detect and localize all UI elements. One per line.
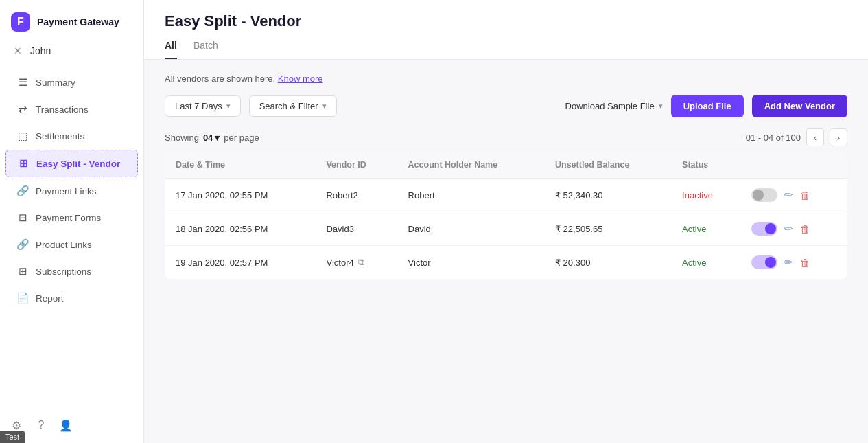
help-icon[interactable]: ?: [30, 414, 52, 436]
toolbar: Last 7 Days ▾ Search & Filter ▾ Download…: [165, 95, 847, 117]
nav-icon-subscriptions: ⊞: [16, 265, 29, 277]
cell-balance-0: ₹ 52,340.30: [544, 179, 671, 212]
cell-actions-2: ✏ 🗑: [740, 246, 847, 280]
sidebar-user-row: ✕ John: [0, 38, 143, 66]
brand-icon: F: [11, 12, 30, 32]
toolbar-right: Download Sample File ▾ Upload File Add N…: [565, 95, 847, 117]
showing-label: Showing: [165, 133, 199, 143]
date-range-filter[interactable]: Last 7 Days ▾: [165, 95, 241, 117]
nav-label-transactions: Transactions: [36, 104, 89, 115]
main-header: Easy Split - Vendor AllBatch: [144, 0, 868, 60]
pagination-range: 01 - 04 of 100: [746, 133, 801, 143]
col-header-status: Status: [671, 152, 740, 179]
delete-icon-1[interactable]: 🗑: [800, 223, 810, 235]
toggle-knob-1: [765, 223, 776, 234]
cell-balance-2: ₹ 20,300: [544, 246, 671, 280]
vendor-toggle-2[interactable]: [751, 255, 777, 269]
status-badge: Inactive: [682, 190, 713, 201]
cell-date-1: 18 Jan 2020, 02:56 PM: [165, 212, 315, 246]
cell-status-0: Inactive: [671, 179, 740, 212]
col-header-vendor_id: Vendor ID: [315, 152, 397, 179]
sidebar-item-easy-split-vendor[interactable]: ⊞Easy Split - Vendor: [5, 150, 138, 177]
nav-icon-transactions: ⇄: [16, 103, 29, 115]
status-badge: Active: [682, 224, 706, 234]
sidebar-item-subscriptions[interactable]: ⊞Subscriptions: [5, 258, 138, 284]
table-row: 18 Jan 2020, 02:56 PMDavid3David₹ 22,505…: [165, 212, 847, 246]
sidebar-nav: ☰Summary⇄Transactions⬚Settlements⊞Easy S…: [0, 66, 143, 407]
download-sample-button[interactable]: Download Sample File ▾: [565, 101, 663, 111]
profile-icon[interactable]: 👤: [55, 414, 77, 436]
per-page-value: 04: [203, 133, 213, 143]
header-row: Date & TimeVendor IDAccount Holder NameU…: [165, 152, 847, 179]
nav-label-easy-split-vendor: Easy Split - Vendor: [36, 159, 120, 169]
col-header-date_time: Date & Time: [165, 152, 315, 179]
brand-title: Payment Gateway: [37, 16, 119, 27]
table-row: 17 Jan 2020, 02:55 PMRobert2Robert₹ 52,3…: [165, 179, 847, 212]
cell-date-2: 19 Jan 2020, 02:57 PM: [165, 246, 315, 280]
pagination: 01 - 04 of 100 ‹ ›: [746, 128, 847, 146]
pagination-next[interactable]: ›: [830, 128, 847, 146]
search-filter-button[interactable]: Search & Filter ▾: [249, 95, 337, 117]
cell-vendor-id-2: Victor4⧉: [315, 246, 397, 280]
page-title: Easy Split - Vendor: [165, 12, 847, 30]
download-label: Download Sample File: [565, 101, 655, 111]
edit-icon-1[interactable]: ✏: [784, 223, 793, 235]
sidebar-item-settlements[interactable]: ⬚Settlements: [5, 123, 138, 149]
sidebar-item-transactions[interactable]: ⇄Transactions: [5, 96, 138, 122]
cell-balance-1: ₹ 22,505.65: [544, 212, 671, 246]
edit-icon-2[interactable]: ✏: [784, 256, 793, 269]
toggle-knob-2: [765, 257, 776, 268]
sidebar-item-payment-links[interactable]: 🔗Payment Links: [5, 178, 138, 204]
nav-icon-payment-links: 🔗: [16, 185, 29, 197]
vendors-table: Date & TimeVendor IDAccount Holder NameU…: [165, 152, 847, 279]
showing-wrap: Showing 04 ▾ per page: [165, 133, 259, 143]
copy-icon[interactable]: ⧉: [358, 257, 364, 268]
cell-account-holder-1: David: [397, 212, 544, 246]
sidebar-item-payment-forms[interactable]: ⊟Payment Forms: [5, 205, 138, 231]
user-name: John: [30, 45, 51, 56]
col-header-account_holder: Account Holder Name: [397, 152, 544, 179]
date-range-chevron: ▾: [226, 102, 231, 111]
nav-icon-report: 📄: [16, 292, 29, 304]
vendor-toggle-0[interactable]: [751, 188, 777, 202]
delete-icon-0[interactable]: 🗑: [800, 190, 810, 201]
nav-label-summary: Summary: [36, 78, 75, 88]
test-badge: Test: [0, 431, 25, 443]
upload-file-button[interactable]: Upload File: [671, 95, 744, 117]
cell-status-2: Active: [671, 246, 740, 280]
pagination-prev[interactable]: ‹: [806, 128, 824, 146]
table-row: 19 Jan 2020, 02:57 PMVictor4⧉Victor₹ 20,…: [165, 246, 847, 280]
sidebar: F Payment Gateway ✕ John ☰Summary⇄Transa…: [0, 0, 144, 443]
nav-icon-product-links: 🔗: [16, 238, 29, 251]
table-header: Date & TimeVendor IDAccount Holder NameU…: [165, 152, 847, 179]
add-new-vendor-button[interactable]: Add New Vendor: [752, 95, 847, 117]
vendor-toggle-1[interactable]: [751, 222, 777, 236]
delete-icon-2[interactable]: 🗑: [800, 257, 810, 269]
search-filter-label: Search & Filter: [259, 101, 318, 111]
cell-actions-1: ✏ 🗑: [740, 212, 847, 246]
close-icon[interactable]: ✕: [11, 44, 25, 58]
nav-icon-payment-forms: ⊟: [16, 212, 29, 224]
table-body: 17 Jan 2020, 02:55 PMRobert2Robert₹ 52,3…: [165, 179, 847, 280]
nav-label-subscriptions: Subscriptions: [36, 266, 91, 277]
table-meta: Showing 04 ▾ per page 01 - 04 of 100 ‹ ›: [165, 128, 847, 146]
cell-date-0: 17 Jan 2020, 02:55 PM: [165, 179, 315, 212]
main-content: Easy Split - Vendor AllBatch All vendors…: [144, 0, 868, 443]
nav-icon-summary: ☰: [16, 76, 29, 89]
cell-vendor-id-1: David3: [315, 212, 397, 246]
per-page-select[interactable]: 04 ▾: [203, 133, 220, 143]
edit-icon-0[interactable]: ✏: [784, 189, 793, 201]
sidebar-item-product-links[interactable]: 🔗Product Links: [5, 231, 138, 258]
info-bar: All vendors are shown here. Know more: [165, 73, 847, 84]
tab-all[interactable]: All: [165, 40, 177, 59]
nav-icon-settlements: ⬚: [16, 130, 29, 142]
cell-actions-0: ✏ 🗑: [740, 179, 847, 212]
know-more-link[interactable]: Know more: [278, 73, 323, 84]
col-header-unsettled_balance: Unsettled Balance: [544, 152, 671, 179]
content-area: All vendors are shown here. Know more La…: [144, 60, 868, 443]
tab-batch[interactable]: Batch: [193, 40, 218, 59]
sidebar-item-summary[interactable]: ☰Summary: [5, 69, 138, 95]
cell-account-holder-2: Victor: [397, 246, 544, 280]
col-header-actions: [740, 152, 847, 179]
sidebar-item-report[interactable]: 📄Report: [5, 285, 138, 311]
